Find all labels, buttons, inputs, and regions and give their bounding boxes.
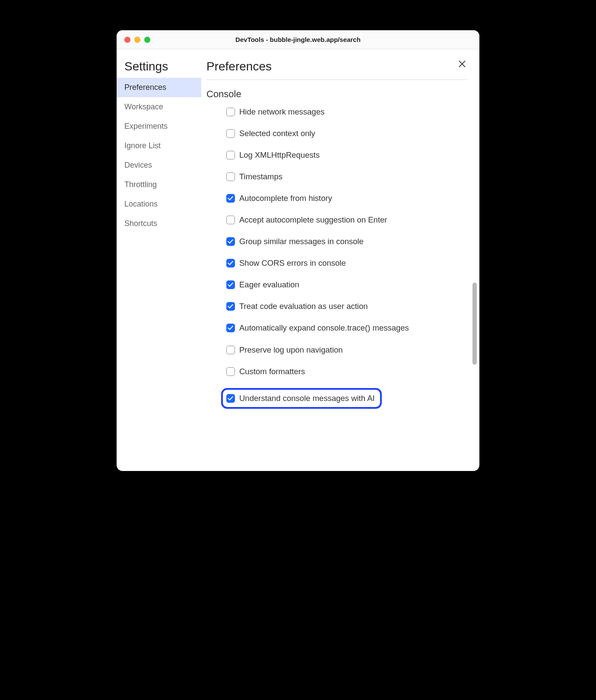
- checkbox[interactable]: [226, 129, 235, 138]
- preference-option: Group similar messages in console: [226, 236, 467, 247]
- option-label[interactable]: Show CORS errors in console: [239, 258, 467, 268]
- checkbox[interactable]: [226, 367, 235, 376]
- option-label[interactable]: Autocomplete from history: [239, 193, 467, 204]
- sidebar-item-workspace[interactable]: Workspace: [117, 97, 201, 117]
- checkbox[interactable]: [226, 108, 235, 116]
- checkbox[interactable]: [226, 151, 235, 159]
- preference-option: Hide network messages: [226, 107, 467, 117]
- sidebar-item-devices[interactable]: Devices: [117, 156, 201, 175]
- option-label[interactable]: Timestamps: [239, 172, 467, 182]
- option-label[interactable]: Eager evaluation: [239, 280, 467, 290]
- preferences-scroll[interactable]: Console Hide network messagesSelected co…: [201, 86, 479, 471]
- preference-option: Show CORS errors in console: [226, 258, 467, 268]
- preference-option: Selected context only: [226, 128, 467, 139]
- preference-option: Autocomplete from history: [226, 193, 467, 204]
- minimize-window-button[interactable]: [134, 37, 140, 43]
- preference-option: Timestamps: [226, 172, 467, 182]
- checkbox[interactable]: [226, 172, 235, 181]
- preference-option: Preserve log upon navigation: [226, 345, 467, 355]
- sidebar-item-experiments[interactable]: Experiments: [117, 117, 201, 136]
- scrollbar-thumb[interactable]: [472, 283, 477, 365]
- checkbox[interactable]: [226, 237, 235, 246]
- option-label[interactable]: Understand console messages with AI: [239, 393, 375, 404]
- preference-option: Custom formatters: [226, 366, 467, 377]
- sidebar-item-locations[interactable]: Locations: [117, 194, 201, 214]
- checkbox[interactable]: [226, 259, 235, 267]
- sidebar: Settings PreferencesWorkspaceExperiments…: [117, 49, 201, 471]
- checkbox[interactable]: [226, 324, 235, 332]
- main-panel: Preferences Console Hide network message…: [201, 49, 479, 471]
- preference-option: Understand console messages with AI: [221, 388, 382, 409]
- preference-option: Eager evaluation: [226, 280, 467, 290]
- content: Settings PreferencesWorkspaceExperiments…: [117, 49, 479, 471]
- option-label[interactable]: Automatically expand console.trace() mes…: [239, 323, 467, 333]
- option-label[interactable]: Accept autocomplete suggestion on Enter: [239, 215, 467, 225]
- checkbox[interactable]: [226, 280, 235, 289]
- section-heading-console: Console: [206, 89, 467, 100]
- checkbox[interactable]: [226, 394, 235, 403]
- option-label[interactable]: Selected context only: [239, 128, 467, 139]
- close-window-button[interactable]: [124, 37, 130, 43]
- checkbox[interactable]: [226, 302, 235, 311]
- option-label[interactable]: Treat code evaluation as user action: [239, 301, 467, 312]
- sidebar-item-preferences[interactable]: Preferences: [117, 78, 201, 97]
- traffic-lights: [117, 37, 150, 43]
- sidebar-title: Settings: [117, 60, 201, 78]
- window-title: DevTools - bubble-jingle.web.app/search: [117, 36, 479, 43]
- maximize-window-button[interactable]: [144, 37, 150, 43]
- devtools-window: DevTools - bubble-jingle.web.app/search …: [117, 30, 479, 471]
- option-label[interactable]: Group similar messages in console: [239, 236, 467, 247]
- titlebar: DevTools - bubble-jingle.web.app/search: [117, 30, 479, 49]
- checkbox[interactable]: [226, 216, 235, 224]
- preference-option: Automatically expand console.trace() mes…: [226, 323, 467, 333]
- divider: [206, 80, 467, 80]
- option-label[interactable]: Hide network messages: [239, 107, 467, 117]
- preference-option: Accept autocomplete suggestion on Enter: [226, 215, 467, 225]
- scrollbar-track[interactable]: [472, 136, 477, 462]
- preference-option: Log XMLHttpRequests: [226, 150, 467, 160]
- sidebar-item-ignore-list[interactable]: Ignore List: [117, 136, 201, 156]
- sidebar-item-shortcuts[interactable]: Shortcuts: [117, 214, 201, 233]
- option-label[interactable]: Custom formatters: [239, 366, 467, 377]
- sidebar-item-throttling[interactable]: Throttling: [117, 175, 201, 194]
- checkbox[interactable]: [226, 194, 235, 203]
- option-label[interactable]: Log XMLHttpRequests: [239, 150, 467, 160]
- page-title: Preferences: [201, 60, 479, 80]
- option-label[interactable]: Preserve log upon navigation: [239, 345, 467, 355]
- preference-option: Treat code evaluation as user action: [226, 301, 467, 312]
- checkbox[interactable]: [226, 346, 235, 354]
